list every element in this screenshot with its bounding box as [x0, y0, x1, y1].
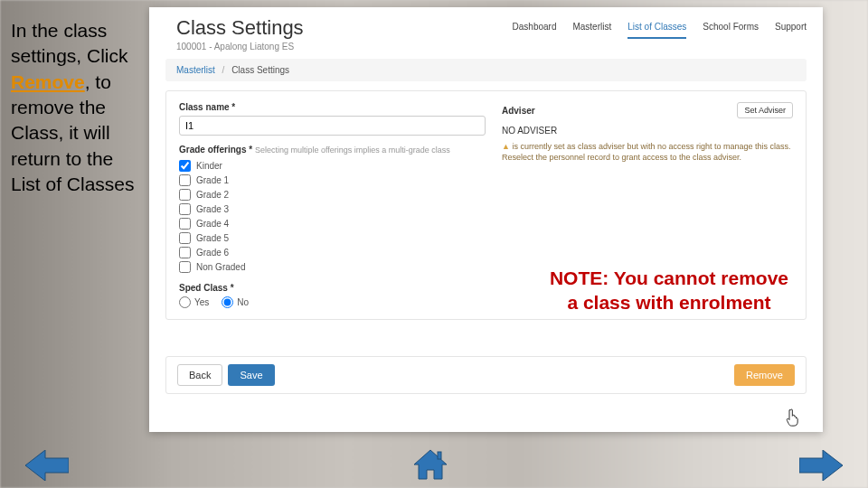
breadcrumb: Masterlist / Class Settings [165, 59, 807, 81]
breadcrumb-root[interactable]: Masterlist [176, 65, 215, 75]
prev-slide-arrow[interactable] [25, 450, 69, 481]
sped-radio-group: Yes No [179, 296, 486, 308]
no-adviser-text: NO ADVISER [502, 126, 793, 136]
grade-1-checkbox[interactable] [179, 174, 191, 186]
page-subtitle: 100001 - Apalong Liatong ES [176, 42, 304, 52]
nav-masterlist[interactable]: Masterlist [572, 22, 611, 37]
grade-6-label: Grade 6 [196, 248, 229, 258]
cursor-pointer-icon [786, 408, 802, 427]
breadcrumb-current: Class Settings [231, 65, 289, 75]
instruction-text: In the class settings, Click Remove, to … [11, 18, 142, 197]
breadcrumb-sep: / [222, 65, 225, 75]
grade-4-checkbox[interactable] [179, 218, 191, 230]
grade-nongraded[interactable]: Non Graded [179, 259, 486, 274]
adviser-label: Adviser [502, 106, 535, 116]
svg-marker-1 [799, 450, 843, 481]
svg-marker-0 [25, 450, 69, 481]
warning-text: is currently set as class adviser but wi… [502, 142, 791, 162]
grade-1-label: Grade 1 [196, 175, 229, 185]
page-title: Class Settings [176, 16, 304, 40]
app-panel: Class Settings 100001 - Apalong Liatong … [149, 7, 823, 432]
remove-button[interactable]: Remove [734, 364, 795, 386]
grade-4[interactable]: Grade 4 [179, 216, 486, 230]
grade-5[interactable]: Grade 5 [179, 230, 486, 245]
nav-list-of-classes[interactable]: List of Classes [627, 22, 686, 39]
home-icon[interactable] [412, 448, 448, 481]
grade-3-label: Grade 3 [196, 204, 229, 214]
grade-3[interactable]: Grade 3 [179, 202, 486, 216]
grade-offerings-label: Grade offerings * Selecting multiple off… [179, 145, 486, 155]
grade-offerings-hint: Selecting multiple offerings implies a m… [255, 145, 450, 155]
adviser-warning: ▲ is currently set as class adviser but … [502, 141, 793, 163]
nav-support[interactable]: Support [775, 22, 807, 37]
grade-5-label: Grade 5 [196, 233, 229, 243]
sped-yes-radio[interactable] [179, 296, 191, 308]
grade-nongraded-label: Non Graded [196, 262, 245, 272]
nav-dashboard[interactable]: Dashboard [513, 22, 557, 37]
grade-list: Kinder Grade 1 Grade 2 Grade 3 Grade 4 G… [179, 158, 486, 274]
sped-no-radio[interactable] [222, 296, 233, 308]
class-name-input[interactable] [179, 116, 486, 136]
grade-kinder-label: Kinder [196, 161, 222, 171]
grade-2-label: Grade 2 [196, 190, 229, 200]
grade-6-checkbox[interactable] [179, 247, 191, 258]
grade-nongraded-checkbox[interactable] [179, 261, 191, 273]
instruction-pre: In the class settings, Click [11, 20, 128, 66]
grade-kinder-checkbox[interactable] [179, 160, 191, 172]
svg-marker-2 [414, 450, 447, 479]
sped-yes[interactable]: Yes [179, 296, 209, 308]
grade-2[interactable]: Grade 2 [179, 187, 486, 202]
warning-icon: ▲ [502, 142, 510, 151]
class-name-label: Class name * [179, 102, 486, 112]
sped-no-label: No [237, 297, 249, 307]
grade-offerings-text: Grade offerings * [179, 145, 252, 155]
back-button[interactable]: Back [177, 364, 222, 386]
next-slide-arrow[interactable] [799, 450, 843, 481]
grade-4-label: Grade 4 [196, 219, 229, 229]
grade-1[interactable]: Grade 1 [179, 173, 486, 187]
svg-rect-3 [438, 452, 441, 459]
sped-label: Sped Class * [179, 283, 486, 293]
grade-3-checkbox[interactable] [179, 203, 191, 215]
set-adviser-button[interactable]: Set Adviser [737, 102, 793, 118]
sped-yes-label: Yes [194, 297, 209, 307]
instruction-remove-word: Remove [11, 71, 85, 92]
save-button[interactable]: Save [228, 364, 274, 386]
note-callout: NOTE: You cannot remove a class with enr… [538, 262, 800, 319]
adviser-header: Adviser Set Adviser [502, 102, 793, 118]
left-column: Class name * Grade offerings * Selecting… [179, 102, 486, 308]
grade-2-checkbox[interactable] [179, 189, 191, 201]
app-header: Class Settings 100001 - Apalong Liatong … [149, 7, 823, 59]
grade-5-checkbox[interactable] [179, 232, 191, 244]
header-left: Class Settings 100001 - Apalong Liatong … [176, 16, 304, 52]
grade-6[interactable]: Grade 6 [179, 245, 486, 259]
sped-no[interactable]: No [222, 296, 249, 308]
nav-school-forms[interactable]: School Forms [703, 22, 759, 37]
footer-bar: Back Save Remove [165, 356, 807, 394]
grade-kinder[interactable]: Kinder [179, 158, 486, 173]
top-nav: Dashboard Masterlist List of Classes Sch… [513, 16, 807, 52]
